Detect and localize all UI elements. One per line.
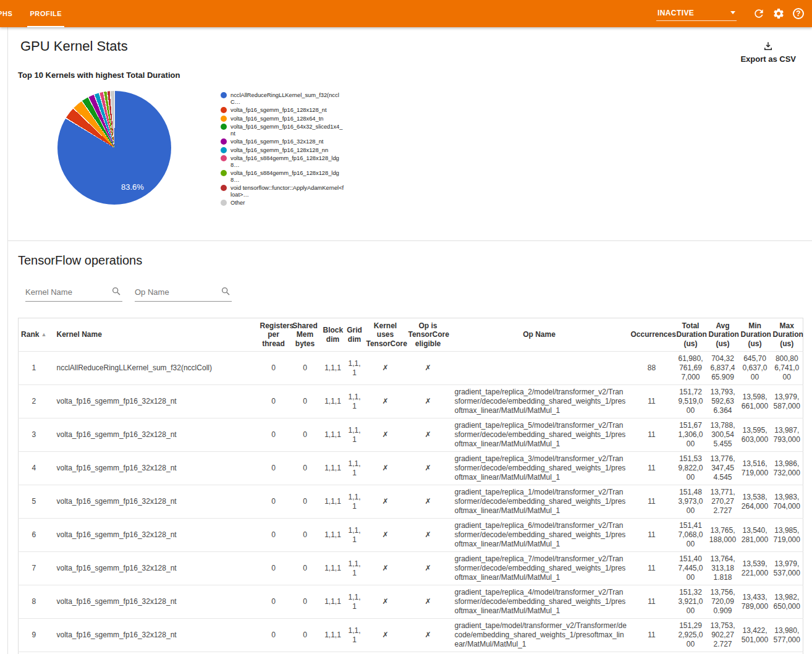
cell-op xyxy=(450,352,629,385)
op-name-input[interactable] xyxy=(135,287,215,297)
help-icon[interactable]: ? xyxy=(789,4,808,23)
cell-occurrences: 88 xyxy=(629,352,675,385)
kernel-stats-table-wrap: Rank▲Kernel NameRegisters per threadShar… xyxy=(18,318,803,654)
cell-registers: 0 xyxy=(258,418,289,452)
column-header-avg[interactable]: Avg Duration (us) xyxy=(707,318,739,352)
cell-min: 13,433,789,000 xyxy=(739,585,771,619)
cell-shared: 0 xyxy=(289,585,321,619)
search-icon[interactable] xyxy=(221,286,230,296)
cell-tc_eligible: ✗ xyxy=(407,619,450,652)
cell-tc_eligible: ✗ xyxy=(407,585,450,619)
cell-kernel: volta_fp16_sgemm_fp16_32x128_nt xyxy=(49,385,258,418)
cell-occurrences: 11 xyxy=(629,385,675,418)
table-row: 6volta_fp16_sgemm_fp16_32x128_nt001,1,11… xyxy=(19,519,803,552)
legend-swatch xyxy=(221,138,227,145)
legend-label: volta_fp16_s884gemm_fp16_128x128_ldg8… xyxy=(230,155,344,168)
pie-chart-area: 83.6% ncclAllReduceRingLLKernel_sum_f32(… xyxy=(8,91,812,208)
column-header-rank[interactable]: Rank▲ xyxy=(19,318,49,352)
cell-total: 151,483,973,000 xyxy=(675,485,707,519)
pie-chart: 83.6% xyxy=(57,91,171,205)
cell-avg: 704,326,837,465.909 xyxy=(707,352,739,385)
kernel-name-filter xyxy=(25,285,122,302)
cell-avg: 13,776,347,454.545 xyxy=(707,452,739,485)
kernel-name-input[interactable] xyxy=(25,287,106,297)
pie-slices xyxy=(57,91,171,205)
refresh-icon[interactable] xyxy=(749,4,769,23)
cell-registers: 0 xyxy=(258,519,289,552)
download-icon xyxy=(763,41,774,52)
cell-block: 1,1,1 xyxy=(321,452,345,485)
cell-max: 13,987,793,000 xyxy=(771,418,803,452)
page-title: GPU Kernel Stats xyxy=(8,27,812,54)
cell-kernel: volta_fp16_sgemm_fp16_32x128_nt xyxy=(49,452,258,485)
column-header-tc_eligible[interactable]: Op is TensorCore eligible xyxy=(407,318,450,352)
cell-uses_tc: ✗ xyxy=(365,585,407,619)
column-header-uses_tc[interactable]: Kernel uses TensorCore xyxy=(365,318,407,352)
run-status-select[interactable]: INACTIVE xyxy=(656,7,737,21)
cell-rank: 9 xyxy=(19,619,49,652)
cell-shared: 0 xyxy=(289,552,321,585)
column-header-grid[interactable]: Grid dim xyxy=(345,318,365,352)
cell-kernel: volta_fp16_sgemm_fp16_32x128_nt xyxy=(49,485,258,519)
cell-shared: 0 xyxy=(289,619,321,652)
export-csv-button[interactable]: Export as CSV xyxy=(740,41,796,64)
cell-max: 13,983,704,000 xyxy=(771,485,803,519)
cell-block: 1,1,1 xyxy=(321,418,345,452)
sort-ascending-icon: ▲ xyxy=(41,331,46,338)
cell-min: 13,538,264,000 xyxy=(739,485,771,519)
table-row: 7volta_fp16_sgemm_fp16_32x128_nt001,1,11… xyxy=(19,552,803,585)
column-header-shared[interactable]: Shared Mem bytes xyxy=(289,318,321,352)
cell-occurrences: 11 xyxy=(629,418,675,452)
column-header-total[interactable]: Total Duration (us) xyxy=(675,318,707,352)
column-header-kernel[interactable]: Kernel Name xyxy=(49,318,258,352)
cell-rank: 5 xyxy=(19,485,49,519)
cell-tc_eligible: ✗ xyxy=(407,552,450,585)
table-row: 3volta_fp16_sgemm_fp16_32x128_nt001,1,11… xyxy=(19,418,803,452)
column-header-min[interactable]: Min Duration (us) xyxy=(739,318,771,352)
tab-bar: PHS PROFILE xyxy=(0,0,70,27)
cell-grid: 1,1,1 xyxy=(345,485,365,519)
cell-kernel: volta_fp16_sgemm_fp16_32x128_nt xyxy=(49,585,258,619)
cell-kernel: ncclAllReduceRingLLKernel_sum_f32(ncclCo… xyxy=(49,352,258,385)
cell-max: 13,979,537,000 xyxy=(771,552,803,585)
column-header-max[interactable]: Max Duration (us) xyxy=(771,318,803,352)
settings-gear-icon[interactable] xyxy=(769,4,789,23)
cell-kernel: volta_fp16_sgemm_fp16_32x128_nt xyxy=(49,418,258,452)
cell-op: gradient_tape/replica_4/model/transforme… xyxy=(450,585,629,619)
tab-graphs[interactable]: PHS xyxy=(0,0,21,27)
cell-rank: 7 xyxy=(19,552,49,585)
legend-item: volta_fp16_s884gemm_fp16_128x128_ldg8… xyxy=(221,170,344,183)
app-bar-actions: INACTIVE ? xyxy=(656,0,812,27)
cell-occurrences: 11 xyxy=(629,585,675,619)
tab-profile-label: PROFILE xyxy=(30,10,62,17)
cell-shared: 0 xyxy=(289,452,321,485)
table-row: 2volta_fp16_sgemm_fp16_32x128_nt001,1,11… xyxy=(19,385,803,418)
cell-rank: 2 xyxy=(19,385,49,418)
pie-legend: ncclAllReduceRingLLKernel_sum_f32(ncclC…… xyxy=(221,92,344,208)
kernel-stats-table: Rank▲Kernel NameRegisters per threadShar… xyxy=(18,318,803,654)
column-header-block[interactable]: Block dim xyxy=(321,318,345,352)
column-header-occurrences[interactable]: Occurrences xyxy=(629,318,675,352)
cell-uses_tc: ✗ xyxy=(365,385,407,418)
cell-registers: 0 xyxy=(258,485,289,519)
legend-swatch xyxy=(221,155,227,161)
cell-uses_tc: ✗ xyxy=(365,519,407,552)
cell-grid: 1,1,1 xyxy=(345,519,365,552)
cell-min: 13,598,661,000 xyxy=(739,385,771,418)
cell-avg: 13,756,720,090.909 xyxy=(707,585,739,619)
cell-min: 13,540,281,000 xyxy=(739,519,771,552)
column-header-op[interactable]: Op Name xyxy=(450,318,629,352)
cell-tc_eligible: ✗ xyxy=(407,485,450,519)
legend-item: volta_fp16_sgemm_fp16_128x128_nt xyxy=(221,107,344,114)
cell-rank: 4 xyxy=(19,452,49,485)
cell-uses_tc: ✗ xyxy=(365,485,407,519)
search-icon[interactable] xyxy=(111,286,121,296)
cell-total: 151,292,925,000 xyxy=(675,619,707,652)
cell-block: 1,1,1 xyxy=(321,552,345,585)
cell-registers: 0 xyxy=(258,619,289,652)
table-row: 8volta_fp16_sgemm_fp16_32x128_nt001,1,11… xyxy=(19,585,803,619)
cell-op: gradient_tape/replica_6/model/transforme… xyxy=(450,519,629,552)
column-header-registers[interactable]: Registers per thread xyxy=(258,318,289,352)
legend-item: void tensorflow::functor::ApplyAdamKerne… xyxy=(221,185,344,198)
tab-profile[interactable]: PROFILE xyxy=(21,0,70,27)
